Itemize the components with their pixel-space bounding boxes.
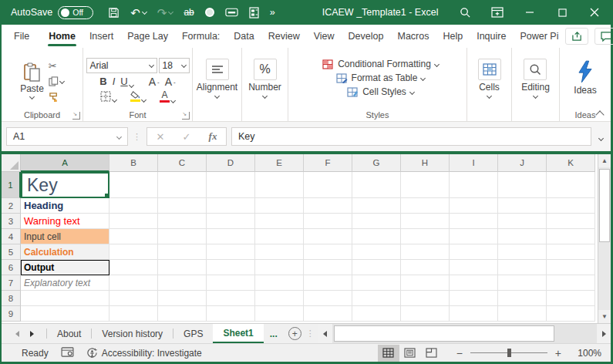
vertical-scrollbar[interactable]: ▲ ▼ bbox=[598, 154, 611, 323]
row-header-5[interactable]: 5 bbox=[2, 244, 21, 260]
cell[interactable] bbox=[158, 172, 207, 198]
zoom-out-button[interactable]: − bbox=[456, 347, 463, 359]
row-header-2[interactable]: 2 bbox=[2, 198, 21, 214]
cell[interactable] bbox=[352, 291, 401, 306]
cells-button[interactable]: Cells bbox=[478, 59, 501, 98]
cell[interactable] bbox=[109, 260, 158, 275]
font-size-select[interactable]: 18 bbox=[159, 58, 190, 73]
cell-a5[interactable]: Calculation bbox=[21, 244, 109, 260]
cell-a3[interactable]: Warning text bbox=[21, 214, 109, 229]
cell[interactable] bbox=[547, 291, 595, 306]
cell-a9[interactable] bbox=[21, 306, 109, 322]
editing-button[interactable]: Editing bbox=[521, 59, 550, 98]
column-header-h[interactable]: H bbox=[401, 154, 450, 172]
row-header-1[interactable]: 1 bbox=[2, 172, 21, 198]
cell[interactable] bbox=[255, 275, 304, 291]
formula-bar-input[interactable]: Key bbox=[231, 127, 591, 146]
cell[interactable] bbox=[255, 198, 304, 214]
cell[interactable] bbox=[109, 244, 158, 260]
cell-a7[interactable]: Explanatory text bbox=[21, 275, 109, 291]
cell[interactable] bbox=[401, 214, 450, 229]
ideas-button[interactable]: Ideas bbox=[574, 60, 596, 96]
cell[interactable] bbox=[498, 198, 547, 214]
cell[interactable] bbox=[401, 198, 450, 214]
column-header-e[interactable]: E bbox=[255, 154, 304, 172]
cell[interactable] bbox=[498, 260, 547, 275]
tab-formulas[interactable]: Formula: bbox=[175, 25, 227, 48]
name-box[interactable]: A1 bbox=[6, 127, 128, 146]
underline-button[interactable]: U bbox=[120, 76, 133, 87]
cell[interactable] bbox=[498, 291, 547, 306]
row-header-8[interactable]: 8 bbox=[2, 291, 21, 306]
cell-a1-selected[interactable]: Key bbox=[21, 172, 109, 198]
cell[interactable] bbox=[304, 244, 352, 260]
cell[interactable] bbox=[109, 306, 158, 322]
ribbon-display-options-button[interactable] bbox=[481, 0, 514, 25]
sheet-tab-sheet1-active[interactable]: Sheet1 bbox=[213, 324, 263, 343]
column-header-b[interactable]: B bbox=[109, 154, 158, 172]
cell-styles-button[interactable]: Cell Styles bbox=[347, 86, 414, 97]
cell[interactable] bbox=[498, 172, 547, 198]
cell[interactable] bbox=[498, 214, 547, 229]
tab-scrollbar-splitter[interactable]: ⋮ bbox=[306, 329, 315, 339]
cell[interactable] bbox=[498, 244, 547, 260]
fill-color-button[interactable] bbox=[130, 91, 146, 102]
autosave-switch[interactable]: Off bbox=[58, 6, 93, 19]
strikethrough-button[interactable]: ab bbox=[180, 2, 197, 22]
conditional-formatting-button[interactable]: Conditional Formatting bbox=[322, 59, 439, 69]
cell[interactable] bbox=[207, 198, 255, 214]
cell[interactable] bbox=[207, 172, 255, 198]
autosave-toggle[interactable]: AutoSave Off bbox=[11, 6, 93, 19]
italic-button[interactable]: I bbox=[113, 76, 116, 87]
clipboard-dialog-launcher[interactable]: ↘ bbox=[72, 112, 80, 120]
expand-formula-bar-button[interactable] bbox=[596, 130, 606, 143]
cell[interactable] bbox=[401, 229, 450, 244]
cell[interactable] bbox=[207, 244, 255, 260]
font-color-button[interactable]: A bbox=[160, 90, 175, 103]
cell-a2[interactable]: Heading bbox=[21, 198, 109, 214]
column-header-g[interactable]: G bbox=[352, 154, 401, 172]
cell[interactable] bbox=[109, 229, 158, 244]
normal-view-button[interactable] bbox=[378, 345, 399, 362]
row-header-7[interactable]: 7 bbox=[2, 275, 21, 291]
cell[interactable] bbox=[304, 291, 352, 306]
cell[interactable] bbox=[304, 229, 352, 244]
share-button[interactable] bbox=[565, 28, 588, 45]
cell[interactable] bbox=[109, 172, 158, 198]
horizontal-scroll-thumb[interactable] bbox=[334, 325, 554, 342]
undo-button[interactable]: ↶ bbox=[126, 2, 150, 22]
paste-button[interactable]: Paste bbox=[20, 62, 44, 99]
cell[interactable] bbox=[498, 306, 547, 322]
cell[interactable] bbox=[547, 172, 595, 198]
cell[interactable] bbox=[255, 291, 304, 306]
tab-review[interactable]: Review bbox=[261, 25, 307, 48]
cell[interactable] bbox=[450, 229, 498, 244]
decrease-font-button[interactable]: Aˇ bbox=[165, 76, 176, 88]
cell[interactable] bbox=[450, 198, 498, 214]
cell[interactable] bbox=[207, 306, 255, 322]
zoom-in-button[interactable]: + bbox=[555, 347, 561, 359]
scroll-up-button[interactable]: ▲ bbox=[598, 154, 611, 167]
cell[interactable] bbox=[401, 260, 450, 275]
cell[interactable] bbox=[450, 275, 498, 291]
row-header-9[interactable]: 9 bbox=[2, 306, 21, 322]
cell[interactable] bbox=[158, 229, 207, 244]
tab-page-layout[interactable]: Page Lay bbox=[120, 25, 175, 48]
tab-home[interactable]: Home bbox=[42, 25, 83, 48]
cell[interactable] bbox=[352, 260, 401, 275]
tab-macros[interactable]: Macros bbox=[390, 25, 436, 48]
row-header-3[interactable]: 3 bbox=[2, 214, 21, 229]
search-button[interactable] bbox=[449, 0, 481, 25]
tab-developer[interactable]: Develop bbox=[342, 25, 391, 48]
sheet-tab-gps[interactable]: GPS bbox=[173, 324, 213, 343]
cell[interactable] bbox=[450, 260, 498, 275]
cell[interactable] bbox=[547, 260, 595, 275]
scroll-down-button[interactable]: ▼ bbox=[598, 310, 611, 323]
cell[interactable] bbox=[158, 260, 207, 275]
cell[interactable] bbox=[158, 214, 207, 229]
zoom-level[interactable]: 100% bbox=[569, 348, 601, 359]
cell-a6[interactable]: Output bbox=[21, 260, 109, 275]
vertical-scroll-track[interactable] bbox=[598, 167, 611, 310]
horizontal-scrollbar[interactable] bbox=[318, 324, 611, 343]
next-sheet-button[interactable] bbox=[30, 331, 34, 337]
